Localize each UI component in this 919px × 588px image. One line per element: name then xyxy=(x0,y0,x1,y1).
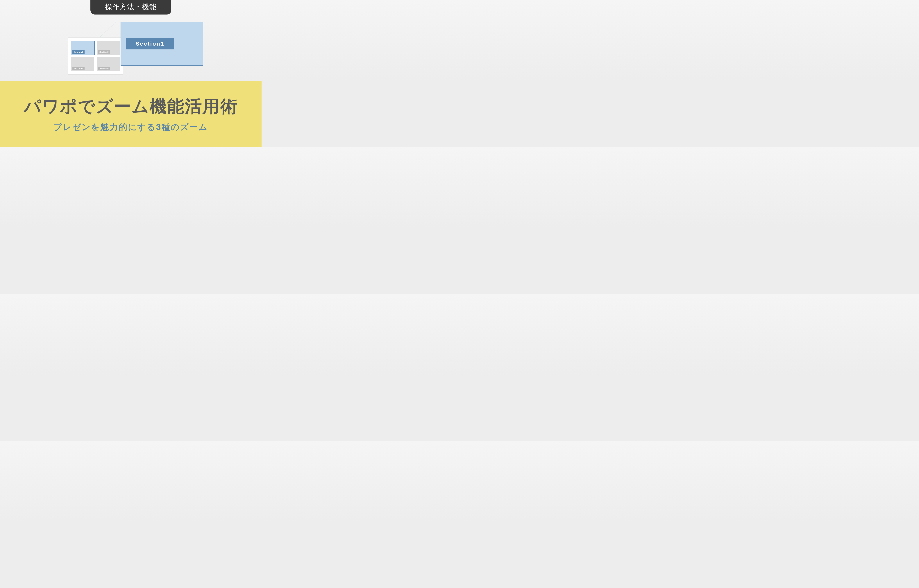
mini-tile-label: Section2 xyxy=(98,50,110,54)
title-sub: プレゼンを魅力的にする3種のズーム xyxy=(53,121,208,133)
mini-panel: Section1 Section2 Section3 Section4 xyxy=(68,38,123,74)
zoom-view: Section1 xyxy=(121,22,203,66)
mini-tile-label: Section4 xyxy=(98,67,110,70)
footer-band: パワポでズーム機能活用術 プレゼンを魅力的にする3種のズーム xyxy=(0,81,262,147)
mini-tile-section3: Section3 xyxy=(71,57,94,71)
mini-tile-section1: Section1 xyxy=(71,41,94,55)
mini-tile-label: Section3 xyxy=(73,67,84,70)
header-pill: 操作方法・機能 xyxy=(90,0,171,15)
zoom-label: Section1 xyxy=(126,38,174,49)
title-main: パワポでズーム機能活用術 xyxy=(24,95,238,118)
mini-tile-section4: Section4 xyxy=(97,57,120,71)
mini-tile-label: Section1 xyxy=(73,50,84,54)
mini-tile-section2: Section2 xyxy=(97,41,120,55)
